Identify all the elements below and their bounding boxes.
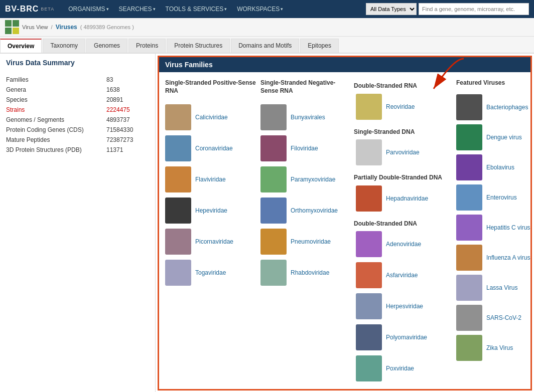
- ssns-entries: Bunyavirales Filoviridae Paramyxoviridae…: [258, 102, 354, 288]
- nav-organisms[interactable]: ORGANISMS ▾: [64, 0, 112, 18]
- stat-label: Genera: [6, 85, 106, 95]
- featured-link[interactable]: Dengue virus: [486, 134, 522, 141]
- family-item[interactable]: Reoviridae: [354, 91, 454, 122]
- family-link[interactable]: Coronaviridae: [195, 145, 233, 152]
- featured-item[interactable]: Enterovirus: [454, 182, 532, 213]
- family-image: [356, 139, 382, 165]
- virus-families-header: Virus Families: [159, 57, 530, 72]
- brc-logo-icon: [5, 20, 19, 34]
- featured-link[interactable]: Zika Virus: [486, 344, 513, 351]
- featured-link[interactable]: Ebolavirus: [486, 164, 514, 171]
- family-item[interactable]: Pneumoviridae: [258, 226, 354, 257]
- featured-link[interactable]: Lassa Virus: [486, 284, 517, 291]
- svg-rect-2: [5, 28, 12, 34]
- family-link[interactable]: Rhabdoviridae: [291, 269, 329, 276]
- family-link[interactable]: Poxviridae: [386, 365, 414, 372]
- breadcrumb-count: ( 4899389 Genomes ): [80, 24, 134, 30]
- featured-item[interactable]: Lassa Virus: [454, 273, 532, 303]
- featured-item[interactable]: Hepatitis C virus: [454, 213, 532, 243]
- family-image: [165, 198, 191, 224]
- family-item[interactable]: Polyomaviridae: [354, 322, 454, 353]
- search-input[interactable]: [419, 3, 529, 15]
- family-image: [260, 260, 287, 286]
- tab-protein-structures[interactable]: Protein Structures: [167, 39, 230, 53]
- search-type-select[interactable]: All Data Types: [366, 3, 417, 15]
- stat-label: 3D Protein Structures (PDB): [6, 145, 106, 155]
- featured-item[interactable]: Zika Virus: [454, 333, 532, 363]
- family-link[interactable]: Hepeviridae: [195, 207, 227, 214]
- ssps-header: Single-Stranded Positive-Sense RNA: [163, 76, 258, 100]
- featured-link[interactable]: Influenza A virus: [486, 254, 530, 261]
- featured-item[interactable]: Influenza A virus: [454, 243, 532, 273]
- stat-value: 2224475: [106, 105, 149, 115]
- family-link[interactable]: Picornaviridae: [195, 238, 233, 245]
- family-link[interactable]: Filoviridae: [291, 145, 318, 152]
- family-link[interactable]: Parvoviridae: [386, 149, 420, 156]
- featured-link[interactable]: SARS-CoV-2: [486, 314, 521, 321]
- family-item[interactable]: Picornaviridae: [163, 226, 258, 257]
- featured-item[interactable]: Bacteriophages: [454, 92, 532, 122]
- family-link[interactable]: Togaviridae: [195, 269, 226, 276]
- top-navigation: BV-BRC BETA ORGANISMS ▾ SEARCHES ▾ TOOLS…: [0, 0, 534, 18]
- featured-image: [456, 275, 482, 301]
- family-item[interactable]: Asfarviridae: [354, 260, 454, 291]
- family-image: [260, 166, 287, 192]
- family-link[interactable]: Paramyxoviridae: [291, 176, 335, 183]
- family-link[interactable]: Reoviridae: [386, 103, 415, 110]
- stat-label: Families: [6, 75, 106, 85]
- stats-row: Genomes / Segments4893737: [6, 115, 149, 125]
- search-area: All Data Types: [366, 3, 529, 15]
- featured-image: [456, 335, 482, 361]
- family-link[interactable]: Orthomyxoviridae: [291, 207, 338, 214]
- family-item[interactable]: Flaviviridae: [163, 164, 258, 195]
- featured-item[interactable]: Dengue virus: [454, 122, 532, 152]
- family-item[interactable]: Bunyavirales: [258, 102, 354, 133]
- family-item[interactable]: Poxviridae: [354, 353, 454, 384]
- family-item[interactable]: Hepadnaviridae: [354, 183, 454, 214]
- family-item[interactable]: Togaviridae: [163, 257, 258, 288]
- nav-searches[interactable]: SEARCHES ▾: [115, 0, 160, 18]
- featured-item[interactable]: SARS-CoV-2: [454, 303, 532, 333]
- featured-item[interactable]: Ebolavirus: [454, 152, 532, 182]
- featured-link[interactable]: Hepatitis C virus: [486, 224, 530, 231]
- family-link[interactable]: Adenoviridae: [386, 241, 421, 248]
- family-link[interactable]: Herpesviridae: [386, 303, 423, 310]
- tab-genomes[interactable]: Genomes: [86, 39, 127, 53]
- stat-value: 20891: [106, 95, 149, 105]
- stat-label: Species: [6, 95, 106, 105]
- family-link[interactable]: Caliciviridae: [195, 114, 228, 121]
- family-item[interactable]: Paramyxoviridae: [258, 164, 354, 195]
- family-item[interactable]: Parvoviridae: [354, 137, 454, 168]
- nav-tools[interactable]: TOOLS & SERVICES ▾: [162, 0, 231, 18]
- featured-image: [456, 215, 482, 241]
- family-link[interactable]: Bunyavirales: [291, 114, 325, 121]
- family-item[interactable]: Filoviridae: [258, 133, 354, 164]
- featured-column: Featured Viruses Bacteriophages Dengue v…: [454, 76, 532, 384]
- brand-logo[interactable]: BV-BRC BETA: [5, 5, 54, 14]
- family-link[interactable]: Flaviviridae: [195, 176, 226, 183]
- tab-domains-motifs[interactable]: Domains and Motifs: [231, 39, 299, 53]
- family-item[interactable]: Rhabdoviridae: [258, 257, 354, 288]
- stats-row: Genera1638: [6, 85, 149, 95]
- family-link[interactable]: Pneumoviridae: [291, 238, 331, 245]
- family-item[interactable]: Orthomyxoviridae: [258, 195, 354, 226]
- tab-taxonomy[interactable]: Taxonomy: [43, 39, 85, 53]
- family-item[interactable]: Herpesviridae: [354, 291, 454, 322]
- family-link[interactable]: Polyomaviridae: [386, 334, 427, 341]
- tab-epitopes[interactable]: Epitopes: [300, 39, 339, 53]
- nav-workspaces[interactable]: WORKSPACES ▾: [233, 0, 287, 18]
- family-item[interactable]: Caliciviridae: [163, 102, 258, 133]
- family-item[interactable]: Hepeviridae: [163, 195, 258, 226]
- stats-row: 3D Protein Structures (PDB)11371: [6, 145, 149, 155]
- tab-overview[interactable]: Overview: [0, 39, 42, 53]
- ssdna-header: Single-Stranded DNA: [354, 125, 454, 137]
- family-item[interactable]: Adenoviridae: [354, 229, 454, 260]
- breadcrumb-viruses-link[interactable]: Viruses: [56, 24, 77, 31]
- family-link[interactable]: Asfarviridae: [386, 272, 418, 279]
- featured-link[interactable]: Bacteriophages: [486, 104, 528, 111]
- stat-value: 4893737: [106, 115, 149, 125]
- tab-proteins[interactable]: Proteins: [128, 39, 166, 53]
- family-link[interactable]: Hepadnaviridae: [386, 195, 428, 202]
- featured-link[interactable]: Enterovirus: [486, 194, 517, 201]
- family-item[interactable]: Coronaviridae: [163, 133, 258, 164]
